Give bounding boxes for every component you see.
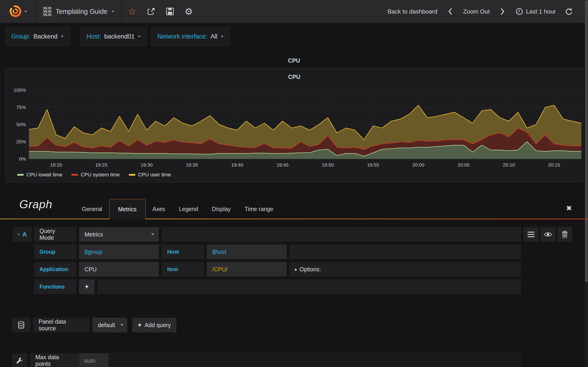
- add-function-button[interactable]: +: [79, 279, 95, 294]
- trash-icon: [562, 231, 568, 238]
- variable-label: Host:: [86, 33, 101, 40]
- y-axis-label: 50%: [5, 122, 26, 127]
- save-button[interactable]: [165, 4, 175, 19]
- application-label: Application: [34, 262, 76, 277]
- y-axis-label: 75%: [5, 105, 26, 110]
- group-input[interactable]: $group: [79, 244, 159, 259]
- eye-icon: [544, 232, 552, 237]
- x-axis-label: 20:00: [408, 162, 429, 168]
- item-label-text: Item: [162, 266, 183, 273]
- dashboard-panel-title: CPU: [0, 57, 588, 64]
- x-axis-label: 20:10: [499, 162, 519, 168]
- panel-title[interactable]: CPU: [5, 74, 583, 80]
- host-value: $host: [207, 249, 232, 255]
- variable-group-dropdown[interactable]: Group: Backend: [5, 27, 70, 46]
- x-axis-label: 19:55: [363, 162, 383, 168]
- variable-netif-dropdown[interactable]: Network interface: All: [151, 27, 230, 46]
- legend-label: CPU user time: [138, 172, 171, 178]
- query-toggle-visibility-button[interactable]: [540, 227, 556, 242]
- host-label-text: Host: [162, 249, 184, 255]
- max-data-points-input-cell[interactable]: [79, 353, 108, 367]
- wrench-icon: [16, 357, 23, 364]
- datasource-label-text: Panel data source: [33, 318, 90, 332]
- refresh-button[interactable]: [564, 4, 574, 19]
- chevron-down-icon: [221, 36, 224, 37]
- editor-tabs: General Metrics Axes Legend Display Time…: [75, 199, 588, 219]
- dashboard-title-caret: [112, 11, 114, 12]
- zoom-out-button[interactable]: Zoom Out: [463, 8, 490, 15]
- variable-value: All: [211, 33, 217, 40]
- application-input[interactable]: CPU: [79, 262, 159, 277]
- graph-legend: CPU iowait time CPU system time CPU user…: [17, 172, 171, 178]
- x-axis-label: 20:05: [453, 162, 474, 168]
- dashboard-title-dropdown[interactable]: Templating Guide: [36, 0, 121, 23]
- item-label: Item: [162, 262, 204, 277]
- query-collapse-toggle[interactable]: A: [13, 227, 32, 242]
- functions-label-text: Functions: [34, 284, 70, 290]
- tab-general[interactable]: General: [75, 199, 109, 219]
- max-data-points-input[interactable]: [79, 353, 108, 367]
- grafana-logo-menu[interactable]: [0, 0, 36, 23]
- datasource-select[interactable]: default: [92, 318, 127, 332]
- back-to-dashboard-button[interactable]: Back to dashboard: [388, 8, 438, 15]
- query-menu-button[interactable]: [523, 227, 539, 242]
- group-label-text: Group: [34, 249, 61, 255]
- close-editor-button[interactable]: ✖: [566, 204, 572, 212]
- logo-dropdown-caret: [24, 11, 27, 12]
- max-data-points-label: Max data points: [30, 353, 79, 367]
- y-axis-label: 0%: [5, 156, 26, 162]
- host-label: Host: [162, 244, 204, 259]
- variable-label: Group:: [11, 33, 30, 40]
- chevron-down-icon: [138, 36, 141, 37]
- item-input[interactable]: /CPU/: [207, 262, 287, 277]
- options-label: Options:: [300, 266, 321, 273]
- query-row-filler: [162, 227, 521, 242]
- legend-item-system[interactable]: CPU system time: [71, 172, 120, 178]
- dashboard-grid-icon: [43, 7, 52, 16]
- scrollbar-thumb[interactable]: [585, 0, 588, 282]
- chevron-right-icon: [500, 8, 505, 15]
- tab-legend[interactable]: Legend: [172, 199, 205, 219]
- grafana-logo-icon: [9, 4, 22, 19]
- graph-plot-area[interactable]: [29, 90, 581, 159]
- datasource-label: Panel data source: [33, 318, 90, 332]
- menu-icon: [527, 232, 535, 237]
- star-button[interactable]: ☆: [127, 4, 137, 19]
- query-ref-letter: A: [22, 231, 27, 238]
- variable-host-dropdown[interactable]: Host: backend01: [80, 27, 147, 46]
- share-button[interactable]: [146, 4, 156, 19]
- time-shift-right-button[interactable]: [498, 4, 508, 19]
- legend-item-iowait[interactable]: CPU iowait time: [17, 172, 62, 178]
- scrollbar-track[interactable]: [585, 0, 588, 367]
- collapse-caret-icon: [17, 234, 20, 235]
- datasource-value: default: [92, 322, 121, 328]
- x-axis-label: 19:50: [317, 162, 338, 168]
- query-delete-button[interactable]: [557, 227, 572, 242]
- tab-time-range[interactable]: Time range: [238, 199, 280, 219]
- add-query-button[interactable]: + Add query: [132, 318, 176, 332]
- query-mode-select[interactable]: Metrics: [79, 227, 159, 242]
- options-toggle[interactable]: ▸ Options:: [289, 262, 521, 277]
- x-axis-label: 19:25: [91, 162, 112, 168]
- tab-metrics[interactable]: Metrics: [109, 199, 146, 219]
- legend-swatch-icon: [71, 174, 78, 176]
- clock-icon: [515, 8, 523, 15]
- legend-item-user[interactable]: CPU user time: [129, 172, 171, 178]
- application-value: CPU: [79, 266, 102, 273]
- add-query-label: Add query: [145, 322, 171, 328]
- time-picker-button[interactable]: Last 1 hour: [515, 8, 556, 15]
- time-shift-left-button[interactable]: [445, 4, 455, 19]
- tab-display[interactable]: Display: [205, 199, 238, 219]
- legend-swatch-icon: [129, 174, 135, 176]
- x-axis-label: 20:15: [544, 162, 565, 168]
- host-input[interactable]: $host: [207, 244, 287, 259]
- variable-label: Network interface:: [157, 33, 208, 40]
- tab-axes[interactable]: Axes: [146, 199, 172, 219]
- variable-value: Backend: [34, 33, 58, 40]
- x-axis-label: 19:35: [182, 162, 202, 168]
- settings-button[interactable]: ⚙: [184, 4, 194, 19]
- chevron-down-icon: [151, 234, 154, 235]
- legend-swatch-icon: [17, 174, 24, 176]
- functions-label: Functions: [34, 279, 76, 294]
- max-data-points-label-text: Max data points: [30, 354, 79, 367]
